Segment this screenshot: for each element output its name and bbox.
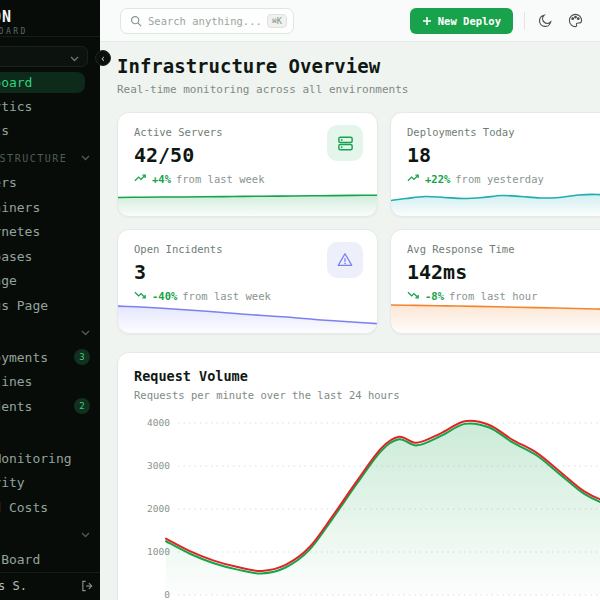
app-caption: DASHBOARD xyxy=(0,27,100,36)
sidebar-section-header xyxy=(0,321,100,346)
theme-palette-button[interactable] xyxy=(566,11,585,30)
sidebar-item-deployments[interactable]: Deployments3 xyxy=(0,345,100,370)
sidebar-item-label: Kubernetes xyxy=(0,224,40,239)
main-content: Infrastructure Overview Real-time monito… xyxy=(100,42,600,600)
sidebar-section-header xyxy=(0,523,100,548)
server-icon xyxy=(327,125,363,161)
sidebar-item-servers[interactable]: Servers xyxy=(0,171,100,196)
sidebar-item-label: Cloud Costs xyxy=(0,500,48,515)
workspace-selector[interactable] xyxy=(0,46,88,67)
sparkline-chart xyxy=(118,299,378,333)
stat-card-open-incidents: Open Incidents 3 -40% from last week xyxy=(117,229,378,334)
sidebar-item-label: Dashboard xyxy=(0,75,32,90)
notification-badge: 2 xyxy=(74,398,90,414)
sidebar-item-label: Team Board xyxy=(0,552,40,567)
request-volume-chart: 4000300020001000000:0003:0006:0009:0012:… xyxy=(134,411,600,600)
sidebar-item-label: INFRASTRUCTURE xyxy=(0,153,67,164)
stat-card-value: 18 xyxy=(407,143,600,167)
sparkline-chart xyxy=(391,299,600,333)
sidebar-item-label: Storage xyxy=(0,273,17,288)
sidebar-item-label: Pipelines xyxy=(0,374,32,389)
chevron-down-icon xyxy=(81,532,90,538)
sidebar-item-label: Alerts xyxy=(0,123,9,138)
plus-icon xyxy=(422,16,432,26)
new-deploy-label: New Deploy xyxy=(438,15,501,27)
sidebar-item-dashboard[interactable]: Dashboard xyxy=(0,72,85,93)
search-shortcut-badge: ⌘K xyxy=(267,14,287,28)
palette-icon xyxy=(568,13,583,28)
sidebar-item-incidents[interactable]: Incidents2 xyxy=(0,394,100,419)
chevron-down-icon xyxy=(70,47,79,66)
request-volume-card: Request Volume Requests per minute over … xyxy=(117,352,600,600)
app-wordmark: ORION xyxy=(0,8,100,26)
warning-icon xyxy=(327,242,363,278)
sidebar-item-pipelines[interactable]: Pipelines xyxy=(0,370,100,395)
sidebar-item-security[interactable]: Security xyxy=(0,471,100,496)
sparkline-chart xyxy=(391,182,600,216)
sidebar-item-label: Security xyxy=(0,475,25,490)
sidebar-item-label: Analytics xyxy=(0,99,32,114)
sidebar-collapse-button[interactable]: ‹ xyxy=(95,50,111,66)
chevron-down-icon xyxy=(81,330,90,336)
sidebar-item-storage[interactable]: Storage xyxy=(0,269,100,294)
sidebar-item-databases[interactable]: Databases xyxy=(0,244,100,269)
svg-text:2000: 2000 xyxy=(147,503,170,514)
sidebar-item-cloud-costs[interactable]: Cloud Costs xyxy=(0,495,100,520)
sparkline-chart xyxy=(118,182,378,216)
sidebar-item-label: Servers xyxy=(0,175,17,190)
stat-card-label: Avg Response Time xyxy=(407,243,600,255)
topbar-divider xyxy=(524,12,525,30)
sidebar-section-header: INFRASTRUCTURE xyxy=(0,146,100,171)
sidebar-item-label: Databases xyxy=(0,249,32,264)
sidebar-item-kubernetes[interactable]: Kubernetes xyxy=(0,220,100,245)
sidebar: ORION DASHBOARD DashboardAnalyticsAlerts… xyxy=(0,0,100,600)
chevron-down-icon xyxy=(81,155,90,161)
page-subtitle: Real-time monitoring across all environm… xyxy=(117,83,600,96)
sidebar-item-label: Containers xyxy=(0,200,40,215)
user-name: Anders S. xyxy=(0,579,27,593)
sidebar-item-label: Deployments xyxy=(0,350,48,365)
sidebar-nav: DashboardAnalyticsAlertsINFRASTRUCTURESe… xyxy=(0,71,100,572)
notification-badge: 3 xyxy=(74,349,90,365)
search-box[interactable]: ⌘K xyxy=(120,8,294,34)
svg-text:3000: 3000 xyxy=(147,460,170,471)
stat-card-value: 142ms xyxy=(407,260,600,284)
stat-card-active-servers: Active Servers 42/50 +4% from last week xyxy=(117,112,378,217)
sidebar-item-containers[interactable]: Containers xyxy=(0,195,100,220)
search-input[interactable] xyxy=(148,15,261,27)
sidebar-item-status-page[interactable]: Status Page xyxy=(0,293,100,318)
sidebar-item-analytics[interactable]: Analytics xyxy=(0,94,100,119)
sidebar-item-log-monitoring[interactable]: Log Monitoring xyxy=(0,446,100,471)
app-logo: ORION DASHBOARD xyxy=(0,0,100,37)
stat-card-label: Deployments Today xyxy=(407,126,600,138)
sidebar-section-header xyxy=(0,422,100,447)
svg-text:4000: 4000 xyxy=(147,417,170,428)
stat-card-deployments-today: Deployments Today 18 +22% from yesterday xyxy=(390,112,600,217)
sidebar-item-label: Status Page xyxy=(0,298,48,313)
new-deploy-button[interactable]: New Deploy xyxy=(410,8,513,34)
moon-icon xyxy=(538,13,553,28)
stat-cards: Active Servers 42/50 +4% from last week … xyxy=(117,112,600,334)
user-row[interactable]: Anders S. xyxy=(0,572,100,600)
dark-mode-toggle[interactable] xyxy=(536,11,555,30)
logout-icon[interactable] xyxy=(81,580,94,592)
chart-title: Request Volume xyxy=(134,368,600,384)
chart-subtitle: Requests per minute over the last 24 hou… xyxy=(134,389,600,401)
search-icon xyxy=(130,15,142,27)
sidebar-item-alerts[interactable]: Alerts xyxy=(0,119,100,144)
stat-card-avg-response-time: Avg Response Time 142ms -8% from last ho… xyxy=(390,229,600,334)
sidebar-item-team-board[interactable]: Team Board xyxy=(0,547,100,572)
sidebar-item-label: Log Monitoring xyxy=(0,451,72,466)
topbar: ⌘K New Deploy xyxy=(100,0,600,42)
sidebar-item-label: Incidents xyxy=(0,399,32,414)
page-title: Infrastructure Overview xyxy=(117,55,600,77)
